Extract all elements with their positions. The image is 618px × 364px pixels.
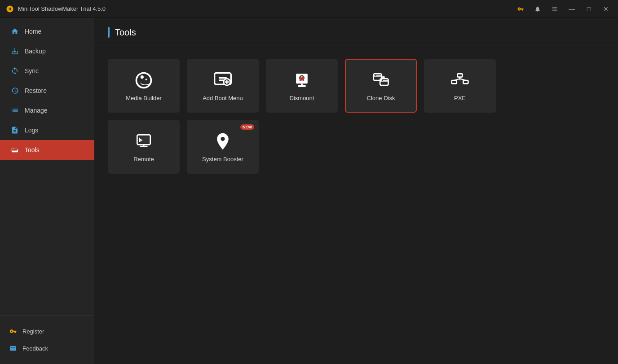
tool-card-dismount[interactable]: Dismount (266, 59, 338, 113)
home-icon (10, 27, 19, 36)
media-builder-icon (134, 70, 154, 90)
feedback-icon (9, 344, 17, 352)
title-bar: MiniTool ShadowMaker Trial 4.5.0 — □ ✕ (0, 0, 618, 18)
menu-button[interactable] (548, 2, 561, 16)
manage-icon (10, 106, 19, 115)
svg-line-17 (460, 79, 466, 80)
sidebar-item-logs[interactable]: Logs (0, 120, 94, 140)
tool-card-add-boot-menu[interactable]: Add Boot Menu (187, 59, 259, 113)
add-boot-menu-icon (213, 70, 233, 90)
backup-icon (10, 47, 19, 56)
sidebar-label-manage: Manage (25, 107, 48, 114)
sidebar: Home Backup Sync Restore Manage (0, 18, 94, 364)
clone-disk-icon (371, 70, 391, 90)
svg-rect-7 (374, 75, 382, 77)
sidebar-item-home[interactable]: Home (0, 22, 94, 41)
system-booster-icon (213, 132, 233, 151)
page-header: Tools (94, 18, 618, 45)
feedback-item[interactable]: Feedback (0, 340, 94, 357)
add-boot-menu-label: Add Boot Menu (203, 95, 243, 101)
sidebar-item-restore[interactable]: Restore (0, 81, 94, 101)
key-button[interactable] (514, 2, 527, 16)
restore-icon (10, 86, 19, 95)
media-builder-label: Media Builder (126, 95, 162, 101)
window-controls: — □ ✕ (514, 2, 613, 16)
sidebar-label-sync: Sync (25, 67, 39, 75)
maximize-button[interactable]: □ (582, 2, 596, 16)
tools-icon (10, 145, 19, 154)
svg-rect-12 (458, 74, 463, 77)
svg-rect-13 (452, 80, 457, 83)
logs-icon (10, 126, 19, 135)
sidebar-label-logs: Logs (25, 127, 38, 134)
app-icon (5, 4, 14, 13)
app-title: MiniTool ShadowMaker Trial 4.5.0 (18, 5, 514, 12)
system-booster-label: System Booster (202, 156, 243, 162)
sidebar-label-tools: Tools (25, 146, 40, 153)
register-item[interactable]: Register (0, 323, 94, 340)
svg-rect-10 (380, 80, 388, 82)
svg-rect-11 (382, 79, 383, 81)
sidebar-label-restore: Restore (25, 87, 47, 94)
sidebar-bottom: Register Feedback (0, 315, 94, 364)
remote-label: Remote (133, 156, 154, 162)
new-badge: NEW (240, 124, 254, 130)
dismount-label: Dismount (290, 95, 314, 101)
close-button[interactable]: ✕ (599, 2, 613, 16)
tool-card-system-booster[interactable]: NEW System Booster (187, 120, 259, 174)
tool-card-pxe[interactable]: PXE (424, 59, 496, 113)
svg-line-16 (454, 79, 460, 80)
svg-rect-8 (375, 75, 376, 76)
page-title: Tools (115, 27, 136, 38)
svg-rect-14 (463, 80, 468, 83)
register-label: Register (22, 328, 44, 335)
sidebar-item-backup[interactable]: Backup (0, 41, 94, 61)
feedback-label: Feedback (22, 345, 48, 352)
pxe-icon (450, 70, 470, 90)
sync-icon (10, 66, 19, 75)
register-icon (9, 327, 17, 335)
sidebar-item-manage[interactable]: Manage (0, 101, 94, 120)
sidebar-item-tools[interactable]: Tools (0, 140, 94, 160)
dismount-icon (292, 70, 312, 90)
header-bar (108, 27, 110, 38)
tool-card-clone-disk[interactable]: Clone Disk (345, 59, 417, 113)
tool-card-remote[interactable]: Remote (108, 120, 180, 174)
notification-button[interactable] (531, 2, 544, 16)
tools-row-1: Media Builder Add Boot Menu (108, 59, 605, 113)
minimize-button[interactable]: — (565, 2, 578, 16)
sidebar-item-sync[interactable]: Sync (0, 61, 94, 81)
tool-card-media-builder[interactable]: Media Builder (108, 59, 180, 113)
app-body: Home Backup Sync Restore Manage (0, 18, 618, 364)
main-content: Tools Media Builder (94, 18, 618, 364)
pxe-label: PXE (454, 95, 466, 101)
tools-grid: Media Builder Add Boot Menu (94, 45, 618, 187)
sidebar-label-backup: Backup (25, 48, 46, 55)
remote-icon (134, 132, 154, 151)
tools-row-2: Remote NEW System Booster (108, 120, 605, 174)
sidebar-label-home: Home (25, 28, 41, 35)
clone-disk-label: Clone Disk (367, 95, 395, 101)
